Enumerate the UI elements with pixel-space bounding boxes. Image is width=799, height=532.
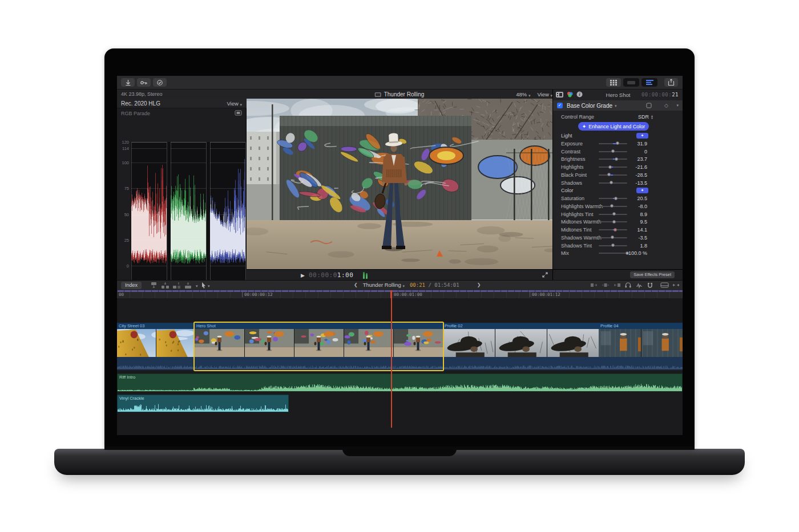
chevron-down-icon[interactable]: ▾ xyxy=(196,284,198,289)
color-inspector-tab-icon[interactable] xyxy=(567,91,573,98)
scopes-view-menu[interactable]: View ▾ xyxy=(227,100,242,107)
snapping-magnet-icon[interactable] xyxy=(647,282,653,288)
import-media-button[interactable] xyxy=(121,78,135,87)
timeline-project-menu[interactable]: Thunder Rolling ▾ xyxy=(363,282,405,288)
inspector-header: i Hero Shot 00:00:00:21 xyxy=(553,90,683,100)
slider-thumb[interactable] xyxy=(616,141,619,145)
slider-value[interactable]: 1.8 xyxy=(622,243,647,249)
timeline-zoom-fit-icon[interactable] xyxy=(673,282,679,288)
next-project-button[interactable]: ❯ xyxy=(477,282,481,287)
clip-appearance-icon[interactable] xyxy=(661,282,668,288)
overwrite-edit-icon[interactable] xyxy=(184,282,192,289)
clip-hero-shot[interactable]: Hero Shot xyxy=(195,323,443,370)
save-effects-preset-button[interactable]: Save Effects Preset xyxy=(630,271,675,278)
fullscreen-button[interactable] xyxy=(542,272,548,279)
headphones-icon[interactable] xyxy=(625,282,631,288)
effect-header[interactable]: ✓ Base Color Grade ▾ ◇ ▾ xyxy=(553,100,683,111)
slider-value[interactable]: 23.7 xyxy=(622,156,647,162)
audio-skimming-icon[interactable] xyxy=(636,282,643,288)
index-toggle-button[interactable] xyxy=(641,78,657,87)
slider-thumb[interactable] xyxy=(611,235,614,239)
slider-value[interactable]: 100.0 % xyxy=(622,250,647,256)
tool-select-menu[interactable]: ▾ xyxy=(201,282,210,289)
clip-profile-04[interactable]: Profile 04 xyxy=(599,323,683,370)
append-edit-icon[interactable] xyxy=(173,282,180,289)
video-inspector-tab-icon[interactable] xyxy=(556,92,563,98)
inspector-section-color: Color✦ xyxy=(553,186,683,194)
slider-value[interactable]: 14.1 xyxy=(622,227,647,233)
scope-display-icon[interactable] xyxy=(235,111,241,116)
slider-thumb[interactable] xyxy=(615,157,618,161)
keywords-button[interactable] xyxy=(137,78,151,87)
slider-value[interactable]: 31.9 xyxy=(622,141,647,147)
clip-audio-region xyxy=(599,357,683,370)
audio-clip-vinyl-crackle[interactable]: Vinyl Crackle xyxy=(117,395,289,412)
slider-thumb[interactable] xyxy=(612,220,616,224)
grid-icon xyxy=(610,80,617,86)
enhance-light-color-button[interactable]: ✦ Enhance Light and Color xyxy=(578,122,649,131)
clip-thumbnails xyxy=(117,329,195,357)
ai-sparkle-button[interactable]: ✦ xyxy=(636,188,648,193)
slider-value[interactable]: 9.5 xyxy=(622,219,647,225)
slider-value[interactable]: 20.5 xyxy=(622,196,647,201)
info-inspector-tab-icon[interactable]: i xyxy=(576,91,583,98)
viewer-zoom-controls: 48% ▾ View ▾ xyxy=(516,91,552,98)
trim-start-icon[interactable] xyxy=(591,282,598,288)
slider-thumb[interactable] xyxy=(611,243,615,247)
scope-scale-value: 25 xyxy=(117,238,129,243)
zoom-level-menu[interactable]: 48% ▾ xyxy=(516,91,530,98)
trim-center-icon[interactable] xyxy=(602,282,609,288)
rgb-parade-canvas xyxy=(131,142,246,286)
chevron-down-icon[interactable]: ▾ xyxy=(676,103,679,108)
slider-value[interactable]: 0 xyxy=(622,149,647,155)
transport-controls: ▶ 00:00:01:00 xyxy=(301,271,368,279)
clip-profile-02[interactable]: Profile 02 xyxy=(443,323,599,370)
slider-row-saturation: Saturation20.5 xyxy=(553,194,683,202)
keyframe-diamond-icon[interactable]: ◇ xyxy=(664,103,668,108)
insert-edit-icon[interactable] xyxy=(162,282,169,289)
audio-clip-riff-intro[interactable]: Riff Intro xyxy=(117,373,683,392)
previous-project-button[interactable]: ❮ xyxy=(354,282,358,287)
clip-city-street-03[interactable]: City Street 03 xyxy=(117,323,195,370)
clip-audio-region xyxy=(443,357,599,370)
browser-toggle-button[interactable] xyxy=(606,78,621,87)
inspector-bottom-bar: Save Effects Preset xyxy=(552,269,683,280)
effect-mask-icon[interactable] xyxy=(646,103,652,109)
ai-sparkle-button[interactable]: ✦ xyxy=(636,133,648,139)
play-button[interactable]: ▶ xyxy=(301,273,305,278)
control-range-select[interactable]: SDR ▲▼ xyxy=(638,114,653,120)
index-button[interactable]: Index xyxy=(121,282,142,289)
slider-thumb[interactable] xyxy=(614,228,617,232)
ruler-mark: 00:00:01:00 xyxy=(392,292,422,297)
slider-value[interactable]: 8.9 xyxy=(622,212,647,217)
inspector-parameter-rows: Light✦Exposure31.9Contrast0Brightness23.… xyxy=(553,132,683,257)
background-tasks-button[interactable] xyxy=(153,78,167,87)
effect-enabled-checkbox[interactable]: ✓ xyxy=(557,103,563,108)
slider-value[interactable]: -21.6 xyxy=(622,164,647,170)
slider-value[interactable]: -3.5 xyxy=(622,235,647,241)
slider-value[interactable]: -8.0 xyxy=(622,204,647,209)
slider-thumb[interactable] xyxy=(607,173,611,176)
slider-row-midtones-tint: Midtones Tint14.1 xyxy=(553,226,683,234)
slider-label: Highlights xyxy=(561,164,584,170)
slider-thumb[interactable] xyxy=(610,181,613,184)
slider-value[interactable]: -28.5 xyxy=(622,172,647,178)
clip-thumbnails xyxy=(599,329,683,357)
slider-row-contrast: Contrast0 xyxy=(553,148,683,156)
viewer-title: Thunder Rolling xyxy=(375,91,425,98)
slider-value[interactable]: -13.5 xyxy=(622,180,647,186)
clip-thumbnails xyxy=(443,329,599,357)
slider-thumb[interactable] xyxy=(611,149,615,153)
trim-end-icon[interactable] xyxy=(614,282,620,288)
slider-thumb[interactable] xyxy=(608,165,612,169)
view-menu[interactable]: View ▾ xyxy=(537,91,552,98)
timeline-toggle-button[interactable] xyxy=(623,78,639,87)
share-button[interactable] xyxy=(664,78,678,87)
playhead[interactable] xyxy=(391,290,392,428)
audio-meters[interactable] xyxy=(363,272,368,279)
slider-thumb[interactable] xyxy=(612,212,616,216)
connect-edit-icon[interactable] xyxy=(150,282,158,289)
slider-thumb[interactable] xyxy=(610,204,614,208)
slider-thumb[interactable] xyxy=(614,197,618,200)
ruler-mark: 00 xyxy=(117,292,124,297)
